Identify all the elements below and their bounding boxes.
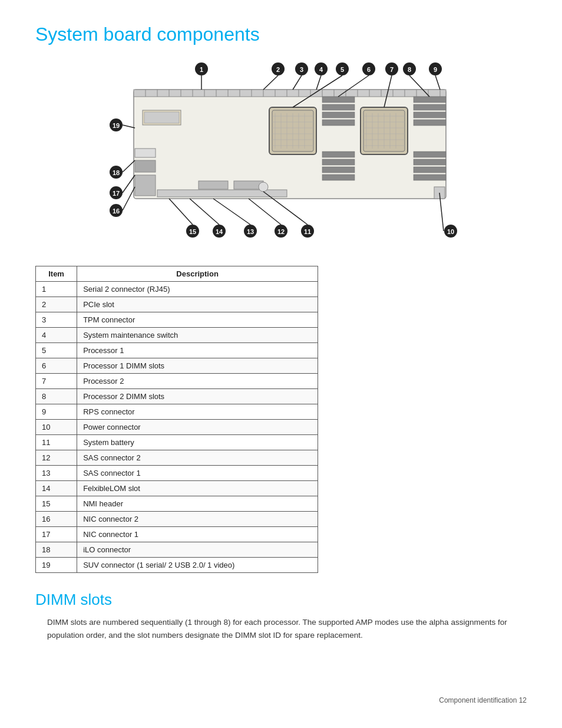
table-cell-item: 16: [36, 512, 77, 527]
table-cell-item: 12: [36, 450, 77, 466]
table-cell-item: 6: [36, 358, 77, 374]
table-header-item: Item: [36, 266, 77, 282]
svg-text:3: 3: [300, 66, 303, 73]
svg-line-93: [316, 75, 321, 90]
table-row: 12SAS connector 2: [36, 450, 318, 466]
table-cell-item: 13: [36, 466, 77, 481]
svg-rect-73: [414, 151, 446, 157]
table-cell-item: 15: [36, 496, 77, 512]
board-svg: 1 2 3 4 5 6 7 8 9 10: [98, 57, 464, 252]
board-diagram: 1 2 3 4 5 6 7 8 9 10: [98, 57, 464, 252]
svg-line-108: [435, 75, 440, 90]
table-cell-description: Processor 1: [77, 343, 318, 358]
svg-text:8: 8: [408, 66, 411, 73]
svg-rect-64: [322, 120, 355, 126]
table-row: 9RPS connector: [36, 404, 318, 420]
table-row: 4System maintenance switch: [36, 328, 318, 343]
table-row: 13SAS connector 1: [36, 466, 318, 481]
dimm-description: DIMM slots are numbered sequentially (1 …: [47, 616, 527, 641]
table-cell-item: 3: [36, 312, 77, 328]
svg-rect-28: [135, 175, 156, 196]
table-cell-item: 17: [36, 527, 77, 542]
table-cell-description: TPM connector: [77, 312, 318, 328]
page-title: System board components: [35, 24, 527, 45]
table-cell-item: 8: [36, 389, 77, 404]
table-row: 5Processor 1: [36, 343, 318, 358]
svg-text:19: 19: [113, 122, 120, 129]
dimm-section-title: DIMM slots: [35, 591, 527, 609]
table-cell-description: SAS connector 1: [77, 466, 318, 481]
svg-rect-71: [414, 112, 446, 118]
table-row: 6Processor 1 DIMM slots: [36, 358, 318, 374]
svg-line-135: [123, 160, 135, 172]
svg-text:5: 5: [340, 66, 344, 73]
svg-rect-65: [322, 151, 355, 157]
footer-text: Component identification 12: [439, 696, 527, 704]
table-cell-item: 14: [36, 481, 77, 496]
svg-line-126: [169, 199, 193, 225]
table-cell-description: FelxibleLOM slot: [77, 481, 318, 496]
svg-rect-72: [414, 120, 446, 126]
table-cell-description: Processor 2 DIMM slots: [77, 389, 318, 404]
svg-rect-76: [414, 174, 446, 180]
table-cell-item: 10: [36, 420, 77, 435]
svg-text:11: 11: [304, 228, 311, 235]
svg-line-117: [249, 199, 281, 225]
svg-text:18: 18: [113, 169, 120, 176]
table-row: 8Processor 2 DIMM slots: [36, 389, 318, 404]
table-cell-description: System battery: [77, 435, 318, 450]
table-row: 11System battery: [36, 435, 318, 450]
svg-rect-66: [322, 159, 355, 165]
svg-text:12: 12: [277, 228, 285, 235]
table-cell-item: 4: [36, 328, 77, 343]
svg-text:2: 2: [276, 66, 280, 73]
table-row: 10Power connector: [36, 420, 318, 435]
svg-text:6: 6: [367, 66, 371, 73]
table-cell-description: iLO connector: [77, 542, 318, 558]
svg-text:10: 10: [447, 228, 454, 235]
svg-line-90: [293, 75, 302, 90]
svg-rect-70: [414, 104, 446, 110]
svg-rect-62: [322, 104, 355, 110]
table-row: 7Processor 2: [36, 374, 318, 389]
svg-line-138: [123, 125, 135, 128]
components-table: Item Description 1Serial 2 connector (RJ…: [35, 266, 318, 573]
table-cell-item: 1: [36, 282, 77, 297]
table-cell-description: Processor 2: [77, 374, 318, 389]
svg-text:7: 7: [390, 66, 394, 73]
table-cell-description: RPS connector: [77, 404, 318, 420]
table-row: 14FelxibleLOM slot: [36, 481, 318, 496]
svg-rect-77: [157, 190, 287, 197]
table-cell-item: 19: [36, 558, 77, 573]
table-cell-description: NIC connector 1: [77, 527, 318, 542]
table-cell-description: NMI header: [77, 496, 318, 512]
table-cell-item: 7: [36, 374, 77, 389]
svg-rect-30: [135, 149, 156, 157]
svg-text:15: 15: [189, 228, 196, 235]
svg-rect-61: [322, 97, 355, 103]
table-cell-description: Power connector: [77, 420, 318, 435]
svg-line-123: [190, 199, 219, 225]
table-row: 19SUV connector (1 serial/ 2 USB 2.0/ 1 …: [36, 558, 318, 573]
svg-text:4: 4: [319, 66, 323, 73]
table-cell-item: 9: [36, 404, 77, 420]
svg-line-87: [263, 75, 278, 90]
svg-rect-78: [199, 181, 228, 189]
svg-rect-67: [322, 167, 355, 173]
table-row: 15NMI header: [36, 496, 318, 512]
table-cell-description: SAS connector 2: [77, 450, 318, 466]
svg-rect-63: [322, 112, 355, 118]
table-cell-description: Serial 2 connector (RJ45): [77, 282, 318, 297]
table-cell-item: 11: [36, 435, 77, 450]
table-cell-item: 2: [36, 297, 77, 312]
table-cell-description: NIC connector 2: [77, 512, 318, 527]
table-cell-description: SUV connector (1 serial/ 2 USB 2.0/ 1 vi…: [77, 558, 318, 573]
table-row: 18iLO connector: [36, 542, 318, 558]
svg-text:9: 9: [434, 66, 437, 73]
table-row: 3TPM connector: [36, 312, 318, 328]
svg-rect-74: [414, 159, 446, 165]
svg-rect-32: [144, 112, 179, 123]
table-row: 17NIC connector 1: [36, 527, 318, 542]
svg-line-120: [213, 199, 250, 225]
table-cell-description: Processor 1 DIMM slots: [77, 358, 318, 374]
